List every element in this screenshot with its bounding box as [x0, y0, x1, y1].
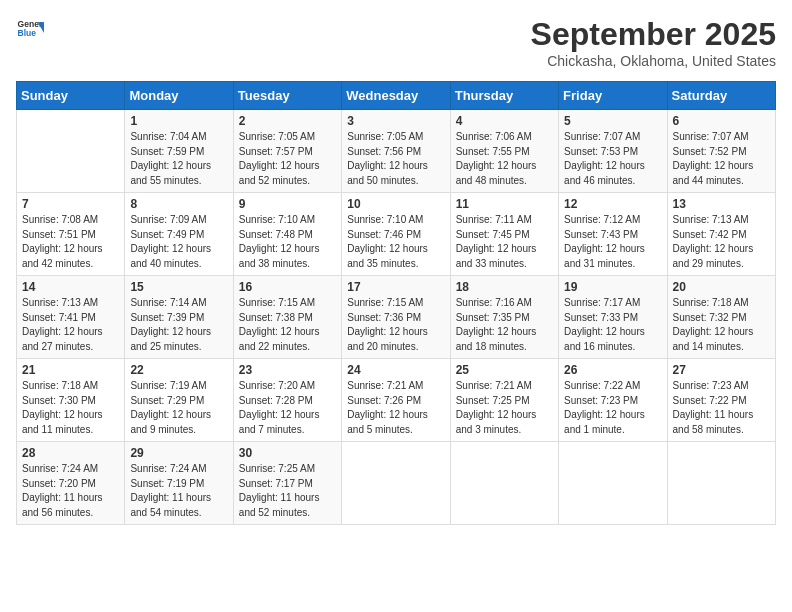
day-number: 4	[456, 114, 553, 128]
day-info: Sunrise: 7:16 AM Sunset: 7:35 PM Dayligh…	[456, 296, 553, 354]
day-number: 22	[130, 363, 227, 377]
day-number: 12	[564, 197, 661, 211]
day-number: 16	[239, 280, 336, 294]
day-number: 30	[239, 446, 336, 460]
day-number: 18	[456, 280, 553, 294]
day-info: Sunrise: 7:15 AM Sunset: 7:38 PM Dayligh…	[239, 296, 336, 354]
calendar-table: SundayMondayTuesdayWednesdayThursdayFrid…	[16, 81, 776, 525]
day-info: Sunrise: 7:24 AM Sunset: 7:20 PM Dayligh…	[22, 462, 119, 520]
day-number: 3	[347, 114, 444, 128]
day-number: 27	[673, 363, 770, 377]
day-info: Sunrise: 7:23 AM Sunset: 7:22 PM Dayligh…	[673, 379, 770, 437]
day-info: Sunrise: 7:21 AM Sunset: 7:25 PM Dayligh…	[456, 379, 553, 437]
day-number: 2	[239, 114, 336, 128]
calendar-cell	[667, 442, 775, 525]
location: Chickasha, Oklahoma, United States	[531, 53, 776, 69]
svg-text:Blue: Blue	[18, 28, 37, 38]
day-number: 19	[564, 280, 661, 294]
calendar-week-row: 1Sunrise: 7:04 AM Sunset: 7:59 PM Daylig…	[17, 110, 776, 193]
day-number: 25	[456, 363, 553, 377]
day-info: Sunrise: 7:14 AM Sunset: 7:39 PM Dayligh…	[130, 296, 227, 354]
day-number: 8	[130, 197, 227, 211]
day-number: 7	[22, 197, 119, 211]
day-number: 17	[347, 280, 444, 294]
day-info: Sunrise: 7:25 AM Sunset: 7:17 PM Dayligh…	[239, 462, 336, 520]
day-number: 15	[130, 280, 227, 294]
calendar-cell: 6Sunrise: 7:07 AM Sunset: 7:52 PM Daylig…	[667, 110, 775, 193]
calendar-cell: 17Sunrise: 7:15 AM Sunset: 7:36 PM Dayli…	[342, 276, 450, 359]
calendar-cell: 26Sunrise: 7:22 AM Sunset: 7:23 PM Dayli…	[559, 359, 667, 442]
day-info: Sunrise: 7:18 AM Sunset: 7:30 PM Dayligh…	[22, 379, 119, 437]
calendar-cell	[342, 442, 450, 525]
day-number: 5	[564, 114, 661, 128]
calendar-cell: 20Sunrise: 7:18 AM Sunset: 7:32 PM Dayli…	[667, 276, 775, 359]
calendar-cell: 3Sunrise: 7:05 AM Sunset: 7:56 PM Daylig…	[342, 110, 450, 193]
day-number: 6	[673, 114, 770, 128]
calendar-cell	[559, 442, 667, 525]
day-info: Sunrise: 7:05 AM Sunset: 7:57 PM Dayligh…	[239, 130, 336, 188]
weekday-header-cell: Saturday	[667, 82, 775, 110]
day-number: 23	[239, 363, 336, 377]
calendar-body: 1Sunrise: 7:04 AM Sunset: 7:59 PM Daylig…	[17, 110, 776, 525]
weekday-header-cell: Thursday	[450, 82, 558, 110]
calendar-cell: 27Sunrise: 7:23 AM Sunset: 7:22 PM Dayli…	[667, 359, 775, 442]
day-info: Sunrise: 7:21 AM Sunset: 7:26 PM Dayligh…	[347, 379, 444, 437]
calendar-cell: 8Sunrise: 7:09 AM Sunset: 7:49 PM Daylig…	[125, 193, 233, 276]
day-info: Sunrise: 7:09 AM Sunset: 7:49 PM Dayligh…	[130, 213, 227, 271]
calendar-cell: 12Sunrise: 7:12 AM Sunset: 7:43 PM Dayli…	[559, 193, 667, 276]
day-number: 11	[456, 197, 553, 211]
day-info: Sunrise: 7:24 AM Sunset: 7:19 PM Dayligh…	[130, 462, 227, 520]
day-number: 20	[673, 280, 770, 294]
day-info: Sunrise: 7:07 AM Sunset: 7:53 PM Dayligh…	[564, 130, 661, 188]
calendar-cell: 7Sunrise: 7:08 AM Sunset: 7:51 PM Daylig…	[17, 193, 125, 276]
day-info: Sunrise: 7:20 AM Sunset: 7:28 PM Dayligh…	[239, 379, 336, 437]
calendar-cell: 30Sunrise: 7:25 AM Sunset: 7:17 PM Dayli…	[233, 442, 341, 525]
day-info: Sunrise: 7:08 AM Sunset: 7:51 PM Dayligh…	[22, 213, 119, 271]
calendar-cell: 2Sunrise: 7:05 AM Sunset: 7:57 PM Daylig…	[233, 110, 341, 193]
calendar-cell: 21Sunrise: 7:18 AM Sunset: 7:30 PM Dayli…	[17, 359, 125, 442]
day-number: 29	[130, 446, 227, 460]
day-number: 28	[22, 446, 119, 460]
day-info: Sunrise: 7:13 AM Sunset: 7:42 PM Dayligh…	[673, 213, 770, 271]
calendar-cell: 14Sunrise: 7:13 AM Sunset: 7:41 PM Dayli…	[17, 276, 125, 359]
day-info: Sunrise: 7:18 AM Sunset: 7:32 PM Dayligh…	[673, 296, 770, 354]
day-info: Sunrise: 7:12 AM Sunset: 7:43 PM Dayligh…	[564, 213, 661, 271]
day-info: Sunrise: 7:07 AM Sunset: 7:52 PM Dayligh…	[673, 130, 770, 188]
calendar-cell: 24Sunrise: 7:21 AM Sunset: 7:26 PM Dayli…	[342, 359, 450, 442]
weekday-header-cell: Friday	[559, 82, 667, 110]
day-info: Sunrise: 7:10 AM Sunset: 7:46 PM Dayligh…	[347, 213, 444, 271]
day-info: Sunrise: 7:11 AM Sunset: 7:45 PM Dayligh…	[456, 213, 553, 271]
logo-icon: General Blue	[16, 16, 44, 44]
calendar-cell	[450, 442, 558, 525]
calendar-week-row: 14Sunrise: 7:13 AM Sunset: 7:41 PM Dayli…	[17, 276, 776, 359]
day-number: 10	[347, 197, 444, 211]
day-info: Sunrise: 7:10 AM Sunset: 7:48 PM Dayligh…	[239, 213, 336, 271]
weekday-header-row: SundayMondayTuesdayWednesdayThursdayFrid…	[17, 82, 776, 110]
weekday-header-cell: Sunday	[17, 82, 125, 110]
calendar-week-row: 7Sunrise: 7:08 AM Sunset: 7:51 PM Daylig…	[17, 193, 776, 276]
calendar-cell: 18Sunrise: 7:16 AM Sunset: 7:35 PM Dayli…	[450, 276, 558, 359]
calendar-cell: 11Sunrise: 7:11 AM Sunset: 7:45 PM Dayli…	[450, 193, 558, 276]
calendar-cell: 9Sunrise: 7:10 AM Sunset: 7:48 PM Daylig…	[233, 193, 341, 276]
month-title: September 2025	[531, 16, 776, 53]
calendar-cell	[17, 110, 125, 193]
day-number: 14	[22, 280, 119, 294]
logo: General Blue	[16, 16, 44, 44]
day-number: 24	[347, 363, 444, 377]
calendar-cell: 5Sunrise: 7:07 AM Sunset: 7:53 PM Daylig…	[559, 110, 667, 193]
day-info: Sunrise: 7:22 AM Sunset: 7:23 PM Dayligh…	[564, 379, 661, 437]
day-info: Sunrise: 7:15 AM Sunset: 7:36 PM Dayligh…	[347, 296, 444, 354]
calendar-cell: 28Sunrise: 7:24 AM Sunset: 7:20 PM Dayli…	[17, 442, 125, 525]
calendar-cell: 25Sunrise: 7:21 AM Sunset: 7:25 PM Dayli…	[450, 359, 558, 442]
weekday-header-cell: Monday	[125, 82, 233, 110]
calendar-cell: 15Sunrise: 7:14 AM Sunset: 7:39 PM Dayli…	[125, 276, 233, 359]
calendar-cell: 19Sunrise: 7:17 AM Sunset: 7:33 PM Dayli…	[559, 276, 667, 359]
weekday-header-cell: Wednesday	[342, 82, 450, 110]
day-info: Sunrise: 7:13 AM Sunset: 7:41 PM Dayligh…	[22, 296, 119, 354]
day-info: Sunrise: 7:06 AM Sunset: 7:55 PM Dayligh…	[456, 130, 553, 188]
day-number: 9	[239, 197, 336, 211]
day-info: Sunrise: 7:17 AM Sunset: 7:33 PM Dayligh…	[564, 296, 661, 354]
calendar-cell: 22Sunrise: 7:19 AM Sunset: 7:29 PM Dayli…	[125, 359, 233, 442]
day-number: 1	[130, 114, 227, 128]
day-number: 26	[564, 363, 661, 377]
